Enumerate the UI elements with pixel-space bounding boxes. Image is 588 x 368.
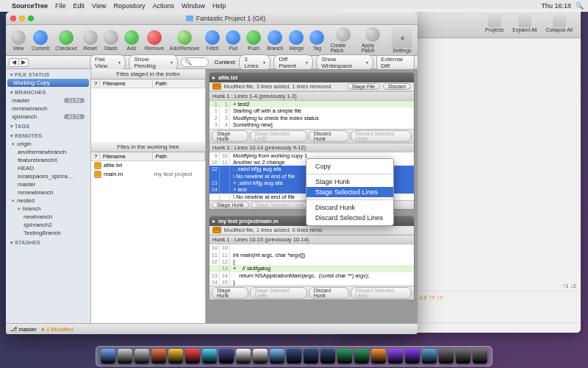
expand-icon[interactable]: ▸ xyxy=(212,74,215,81)
sidebar-section-header[interactable]: ▾ STASHES xyxy=(6,237,90,247)
dock-app-icon[interactable] xyxy=(456,349,470,364)
apply-patch-button[interactable]: Apply Patch xyxy=(359,27,387,53)
sidebar-item-head[interactable]: HEAD xyxy=(6,164,90,172)
stash-button[interactable]: Stash xyxy=(101,30,121,51)
dock-app-icon[interactable] xyxy=(185,349,200,364)
sidebar-item-master[interactable]: master xyxy=(6,180,90,188)
stage-file-button[interactable]: Stage File xyxy=(347,83,381,90)
code-line[interactable]: 11+ test2 xyxy=(209,101,414,107)
dock-app-icon[interactable] xyxy=(320,349,335,364)
stage-hunk-button[interactable]: Stage Hunk xyxy=(212,287,248,299)
code-line[interactable]: 1314 return NSApplicationMain(argc, (con… xyxy=(209,272,414,279)
dock-app-icon[interactable] xyxy=(371,349,386,364)
context-menu-stage-hunk[interactable]: Stage Hunk xyxy=(306,177,393,187)
dock-app-icon[interactable] xyxy=(135,349,149,364)
context-menu-copy[interactable]: Copy xyxy=(306,161,393,171)
sidebar-section-header[interactable]: ▾ REMOTES xyxy=(6,130,90,140)
dock-app-icon[interactable] xyxy=(473,349,487,364)
dock-app-icon[interactable] xyxy=(118,349,132,364)
external-diff-button[interactable]: External Diff xyxy=(376,55,415,70)
show-whitespace-dropdown[interactable]: Show Whitespace▾ xyxy=(316,54,373,71)
nav-back-button[interactable]: ◀ xyxy=(9,58,19,67)
tag-button[interactable]: Tag xyxy=(307,30,326,51)
spotlight-icon[interactable]: 🔍 xyxy=(576,2,584,10)
code-line[interactable]: 13+ // skdfgalog xyxy=(209,265,414,272)
sidebar-item-master[interactable]: master11:51 xyxy=(6,96,90,105)
sidebar-item-nested[interactable]: ▾nested xyxy=(6,197,90,205)
file-row[interactable]: …main.mmy test project xyxy=(91,170,205,179)
nav-fwd-button[interactable]: ▶ xyxy=(18,58,29,67)
dock-app-icon[interactable] xyxy=(253,349,268,364)
sidebar-item-origin[interactable]: ▾origin xyxy=(6,140,90,148)
bg-collapse-all-button[interactable]: Collapse All xyxy=(543,14,575,32)
app-menu[interactable]: SourceTree xyxy=(12,2,48,10)
create-patch-button[interactable]: Create Patch xyxy=(328,27,357,53)
stage-selected-lines-button[interactable]: Stage Selected Lines xyxy=(250,130,307,142)
discard-selected-lines-button[interactable]: Discard Selected Lines xyxy=(351,130,412,142)
file-menu[interactable]: File xyxy=(55,2,66,10)
commit-button[interactable]: Commit xyxy=(29,30,51,51)
sidebar-section-header[interactable]: ▾ FILE STATUS xyxy=(6,69,90,79)
dock-app-icon[interactable] xyxy=(236,349,251,364)
sidebar-item-localspacessjsbra[interactable]: localspaces_sjsbra… xyxy=(6,172,90,180)
dock-app-icon[interactable] xyxy=(287,349,301,364)
file-row[interactable]: …afile.txt xyxy=(91,161,205,170)
code-line[interactable]: 34Something new] xyxy=(209,121,414,128)
actions-menu[interactable]: Actions xyxy=(152,2,174,10)
window-menu[interactable]: Window xyxy=(182,2,205,10)
minimize-button[interactable] xyxy=(19,15,25,21)
dock-app-icon[interactable] xyxy=(439,349,453,364)
discard-hunk-button[interactable]: Discard Hunk xyxy=(309,130,349,142)
show-pending-dropdown[interactable]: Show Pending▾ xyxy=(129,54,178,71)
sidebar-item-newbranch[interactable]: newbranch xyxy=(6,213,90,221)
expand-icon[interactable]: ▸ xyxy=(212,218,215,224)
sidebar-item-featurebranchx[interactable]: featurebranchX xyxy=(6,156,90,164)
staged-file-list[interactable] xyxy=(91,88,205,142)
context-lines-dropdown[interactable]: 3 Lines▾ xyxy=(239,54,270,71)
sidebar-section-header[interactable]: ▾ TAGS xyxy=(6,121,90,130)
dock-app-icon[interactable] xyxy=(422,349,437,364)
view-menu[interactable]: View xyxy=(92,2,106,10)
dock-app-icon[interactable] xyxy=(388,349,403,364)
dock-app-icon[interactable] xyxy=(202,349,217,364)
stage-selected-lines-button[interactable]: Stage Selected Lines xyxy=(251,202,309,208)
discard-selected-lines-button[interactable]: Discard Selected Lines xyxy=(351,287,412,299)
dock-app-icon[interactable] xyxy=(219,349,234,364)
diff-parent-dropdown[interactable]: Diff Parent▾ xyxy=(273,54,313,71)
dock-app-icon[interactable] xyxy=(304,349,318,364)
fetch-button[interactable]: Fetch xyxy=(203,30,222,51)
clock[interactable]: Thu 16:18 xyxy=(541,2,571,10)
close-button[interactable] xyxy=(10,15,16,21)
add-button[interactable]: Add xyxy=(122,30,141,51)
working-file-list[interactable]: …afile.txt…main.mmy test project xyxy=(91,161,205,323)
discard-button[interactable]: Discard xyxy=(383,83,411,90)
context-menu-discard-selected-lines[interactable]: Discard Selected Lines xyxy=(306,213,393,223)
sidebar-item-testingbranch[interactable]: TestingBranch xyxy=(6,229,90,237)
bg-expand-all-button[interactable]: Expand All xyxy=(510,14,539,32)
code-line[interactable]: 12Starting off with a simple file xyxy=(209,107,414,114)
code-line[interactable]: 1010 xyxy=(209,244,414,251)
code-line[interactable]: 1212{ xyxy=(209,258,414,265)
dock-app-icon[interactable] xyxy=(270,349,284,364)
sidebar-item-workingcopy[interactable]: Working Copy xyxy=(7,79,89,87)
checkout-button[interactable]: Checkout xyxy=(53,30,79,51)
repository-menu[interactable]: Repository xyxy=(113,2,145,10)
settings-button[interactable]: ⚙Settings xyxy=(390,27,415,53)
dock-app-icon[interactable] xyxy=(337,349,352,364)
dock-app-icon[interactable] xyxy=(168,349,183,364)
dock-app-icon[interactable] xyxy=(101,349,115,364)
code-line[interactable]: 23Modifying to check the index status xyxy=(209,115,414,121)
zoom-button[interactable] xyxy=(28,15,34,21)
sidebar-item-sjsbranch[interactable]: sjsbranch41:71 xyxy=(6,113,90,121)
remove-button[interactable]: Remove xyxy=(143,30,166,51)
view-button[interactable]: View xyxy=(9,30,28,51)
dock-app-icon[interactable] xyxy=(354,349,369,364)
stage-selected-lines-button[interactable]: Stage Selected Lines xyxy=(250,287,307,299)
push-button[interactable]: Push xyxy=(244,30,263,51)
add-remove-button[interactable]: Add/Remove xyxy=(168,30,201,51)
help-menu[interactable]: Help xyxy=(212,2,226,10)
sidebar-item-sjsbranch2[interactable]: sjsbranch2 xyxy=(6,221,90,229)
merge-button[interactable]: Merge xyxy=(287,30,306,51)
sidebar-item-branch[interactable]: ▾branch xyxy=(6,205,90,213)
dock-app-icon[interactable] xyxy=(151,349,166,364)
